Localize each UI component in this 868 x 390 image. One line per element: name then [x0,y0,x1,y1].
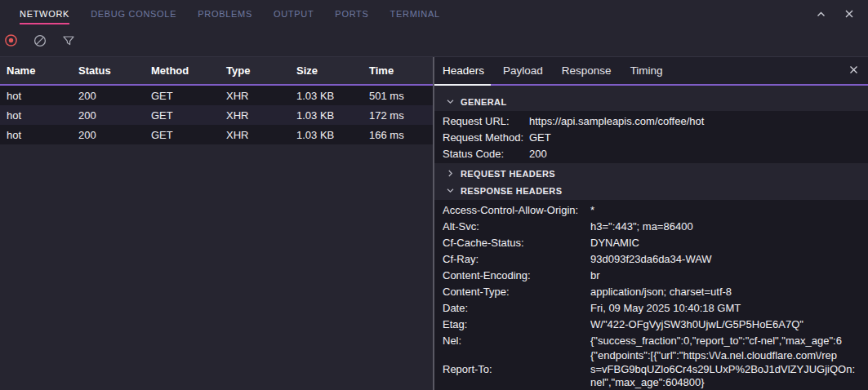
header-label: Status Code: [443,148,529,160]
header-row: Content-Encoding: br [443,267,868,283]
header-row: Content-Type: application/json; charset=… [443,283,868,299]
filter-icon [62,34,75,51]
cell-name: hot [7,129,78,141]
column-header-method[interactable]: Method [151,64,226,77]
header-value: {"success_fraction":0,"report_to":"cf-ne… [590,335,868,347]
header-row: Cf-Cache-Status: DYNAMIC [443,234,868,250]
general-rows: Request URL: https://api.sampleapis.com/… [434,111,868,163]
header-label: Cf-Cache-Status: [443,237,590,249]
cell-size: 1.03 KB [296,90,369,102]
cell-size: 1.03 KB [296,129,369,141]
header-value: {"endpoints":[{"url":"https:\/\/a.nel.cl… [590,349,868,390]
chevron-right-icon [446,169,455,178]
clear-icon [33,34,47,51]
header-row: Status Code: 200 [443,145,868,162]
table-row[interactable]: hot 200 GET XHR 1.03 KB 166 ms [0,125,433,144]
header-label: Alt-Svc: [443,220,590,233]
header-label: Content-Encoding: [443,269,590,281]
chevron-down-icon [446,97,455,106]
header-value: https://api.sampleapis.com/coffee/hot [529,115,868,127]
tab-network[interactable]: NETWORK [20,0,69,28]
response-header-rows: Access-Control-Allow-Origin: * Alt-Svc: … [434,200,868,390]
header-label: Content-Type: [443,286,590,298]
header-row: Access-Control-Allow-Origin: * [443,202,868,218]
table-row[interactable]: hot 200 GET XHR 1.03 KB 172 ms [0,105,433,125]
header-value: GET [529,131,868,144]
cell-type: XHR [226,90,296,102]
network-devtools-panel: NETWORK DEBUG CONSOLE PROBLEMS OUTPUT PO… [0,0,868,390]
section-header-general[interactable]: GENERAL [434,93,868,110]
filter-button[interactable] [61,35,75,49]
header-label: Request Method: [443,131,529,144]
header-value: W/"422-OFgVyjSW3h0UjwL/G5P5HoE6A7Q" [590,318,868,330]
record-icon [4,33,18,51]
header-row: Request Method: GET [443,129,868,145]
cell-method: GET [151,129,226,141]
header-value: br [590,269,868,281]
header-label: Cf-Ray: [443,253,590,265]
tab-ports[interactable]: PORTS [335,0,368,28]
record-button[interactable] [4,35,18,49]
cell-time: 172 ms [369,109,433,122]
chevron-up-icon[interactable] [816,9,826,20]
requests-table-header: Name Status Method Type Size Time [0,57,433,86]
panel-window-controls [816,0,868,28]
column-header-status[interactable]: Status [78,64,151,77]
network-toolbar [0,28,868,57]
tab-timing[interactable]: Timing [630,64,663,77]
request-details-panel: Headers Payload Response Timing GENERAL … [434,57,868,390]
close-icon[interactable] [844,9,854,19]
header-value: Fri, 09 May 2025 10:40:18 GMT [590,302,868,314]
header-value-line: nel","max_age":604800} [590,376,868,390]
header-value: 93d093f23da6da34-WAW [590,253,868,265]
cell-status: 200 [78,109,151,122]
header-value-line: {"endpoints":[{"url":"https:\/\/a.nel.cl… [590,349,868,363]
cell-method: GET [151,90,226,102]
header-value: application/json; charset=utf-8 [590,286,868,298]
details-tab-bar: Headers Payload Response Timing [434,57,868,86]
table-row[interactable]: hot 200 GET XHR 1.03 KB 501 ms [0,86,433,105]
details-scroll-area: GENERAL Request URL: https://api.samplea… [434,86,868,390]
header-label: Etag: [443,318,590,330]
section-header-response-headers[interactable]: RESPONSE HEADERS [434,182,868,199]
header-row: Etag: W/"422-OFgVyjSW3h0UjwL/G5P5HoE6A7Q… [443,316,868,332]
header-row: Date: Fri, 09 May 2025 10:40:18 GMT [443,299,868,316]
tab-problems[interactable]: PROBLEMS [198,0,252,28]
header-value: * [590,204,868,216]
section-title: REQUEST HEADERS [461,169,555,179]
chevron-down-icon [446,186,455,195]
section-title: GENERAL [461,97,507,107]
header-row: Cf-Ray: 93d093f23da6da34-WAW [443,250,868,267]
cell-type: XHR [226,129,296,141]
active-tab-underline [434,84,491,86]
cell-method: GET [151,109,226,122]
column-header-size[interactable]: Size [296,64,369,77]
tab-response[interactable]: Response [562,64,612,77]
clear-requests-button[interactable] [33,35,47,49]
header-label: Nel: [443,335,590,347]
tab-headers[interactable]: Headers [443,64,484,77]
cell-time: 501 ms [369,90,433,102]
tab-terminal[interactable]: TERMINAL [390,0,440,28]
tab-debug-console[interactable]: DEBUG CONSOLE [91,0,176,28]
column-header-time[interactable]: Time [369,64,433,77]
header-value: h3=":443"; ma=86400 [590,220,868,233]
header-label: Request URL: [443,115,529,127]
requests-panel: Name Status Method Type Size Time hot 20… [0,57,433,390]
header-label: Date: [443,302,590,314]
header-value: 200 [529,148,868,160]
panel-tab-bar: NETWORK DEBUG CONSOLE PROBLEMS OUTPUT PO… [0,0,868,28]
tab-output[interactable]: OUTPUT [274,0,314,28]
cell-time: 166 ms [369,129,433,141]
tab-payload[interactable]: Payload [503,64,543,77]
header-label: Access-Control-Allow-Origin: [443,204,590,216]
header-row: Nel: {"success_fraction":0,"report_to":"… [443,332,868,348]
column-header-name[interactable]: Name [7,64,78,77]
header-row: Alt-Svc: h3=":443"; ma=86400 [443,218,868,234]
cell-size: 1.03 KB [296,109,369,122]
column-header-type[interactable]: Type [226,64,296,77]
details-close-icon[interactable] [848,64,859,78]
section-header-request-headers[interactable]: REQUEST HEADERS [434,165,868,182]
header-row: Report-To: {"endpoints":[{"url":"https:\… [443,348,868,390]
cell-status: 200 [78,90,151,102]
